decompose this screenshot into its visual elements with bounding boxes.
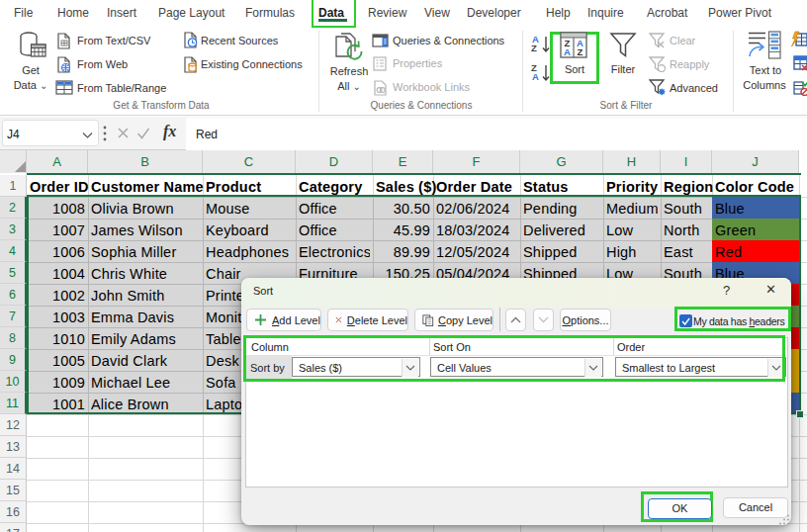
svg-text:A: A xyxy=(564,46,571,57)
svg-text:Z: Z xyxy=(578,46,583,57)
